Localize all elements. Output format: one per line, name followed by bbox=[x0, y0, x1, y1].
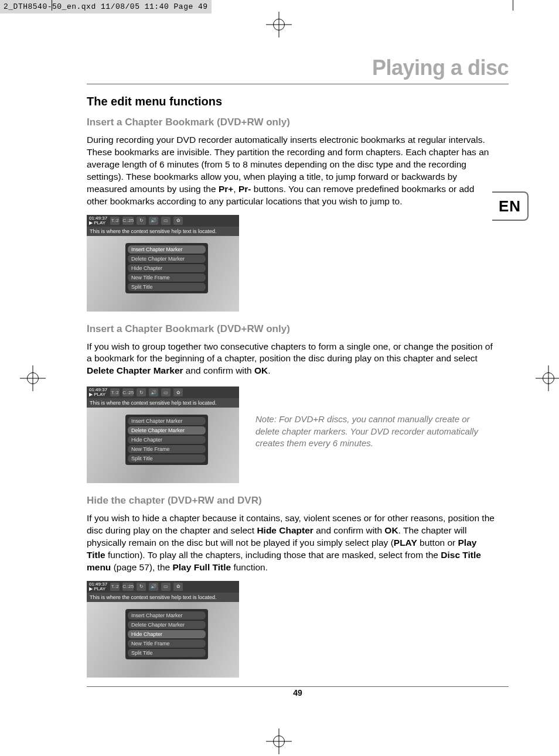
subsection-delete-bookmark-title: Insert a Chapter Bookmark (DVD+RW only) bbox=[87, 323, 509, 335]
menu-list: Insert Chapter Marker Delete Chapter Mar… bbox=[125, 415, 208, 465]
text: (page 57), the bbox=[111, 562, 172, 572]
text: button or bbox=[417, 538, 458, 548]
menu-item-hide-chapter[interactable]: Hide Chapter bbox=[127, 264, 206, 273]
menu-item-insert-marker[interactable]: Insert Chapter Marker bbox=[127, 611, 206, 620]
subsection-hide-chapter-title: Hide the chapter (DVD+RW and DVR) bbox=[87, 495, 509, 507]
subsection-insert-bookmark-body: During recording your DVD recorder autom… bbox=[87, 134, 497, 208]
menu-topbar: 01:49:37 ▶ PLAY T.:2 C.:25 ↻ 🔊 ▭ ✿ bbox=[87, 215, 239, 227]
menu-icon-subtitle: ▭ bbox=[161, 583, 171, 591]
menu-icon-repeat: ↻ bbox=[137, 388, 146, 396]
subsection-delete-bookmark-body: If you wish to group together two consec… bbox=[87, 341, 497, 378]
text: , bbox=[233, 184, 238, 194]
bold-pr-minus: Pr- bbox=[238, 184, 251, 194]
menu-topbar: 01:49:37 ▶ PLAY T.:2 C.:25 ↻ 🔊 ▭ ✿ bbox=[87, 581, 239, 593]
menu-item-new-title[interactable]: New Title Frame bbox=[127, 273, 206, 282]
content-frame: Playing a disc EN The edit menu function… bbox=[87, 56, 509, 689]
text: function). To play all the chapters, inc… bbox=[105, 550, 441, 560]
menu-item-split-title[interactable]: Split Title bbox=[127, 648, 206, 658]
text: If you wish to group together two consec… bbox=[87, 341, 493, 364]
menu-item-new-title[interactable]: New Title Frame bbox=[127, 444, 206, 454]
menu-item-split-title[interactable]: Split Title bbox=[127, 454, 206, 463]
text: . bbox=[268, 365, 270, 375]
menu-item-hide-chapter[interactable]: Hide Chapter bbox=[127, 630, 206, 639]
page-title: Playing a disc bbox=[87, 56, 509, 80]
menu-icon-repeat: ↻ bbox=[137, 583, 146, 591]
print-file-header: 2_DTH8540-50_en.qxd 11/08/05 11:40 Page … bbox=[0, 0, 212, 13]
menu-help-text: This is where the context sensitive help… bbox=[87, 227, 239, 236]
menu-list: Insert Chapter Marker Delete Chapter Mar… bbox=[125, 243, 208, 293]
menu-help-text: This is where the context sensitive help… bbox=[87, 398, 239, 408]
note-dvd-plus-r: Note: For DVD+R discs, you cannot manual… bbox=[255, 413, 490, 449]
bold-ok: OK bbox=[254, 365, 268, 375]
menu-item-delete-marker[interactable]: Delete Chapter Marker bbox=[127, 620, 206, 630]
bold-delete-marker: Delete Chapter Marker bbox=[87, 365, 183, 375]
registration-mark-right bbox=[539, 369, 558, 388]
menu-item-delete-marker[interactable]: Delete Chapter Marker bbox=[127, 426, 206, 435]
menu-chapter-chip: C.:25 bbox=[122, 388, 134, 396]
text: function. bbox=[231, 562, 268, 572]
menu-chapter-chip: C.:25 bbox=[122, 583, 134, 591]
title-rule bbox=[87, 84, 509, 84]
menu-icon-audio: 🔊 bbox=[149, 583, 158, 591]
subsection-insert-bookmark-title: Insert a Chapter Bookmark (DVD+RW only) bbox=[87, 117, 509, 128]
menu-time: 01:49:37 ▶ PLAY bbox=[89, 216, 107, 225]
menu-help-text: This is where the context sensitive help… bbox=[87, 593, 239, 602]
menu-screenshot-delete: 01:49:37 ▶ PLAY T.:2 C.:25 ↻ 🔊 ▭ ✿ This … bbox=[87, 386, 239, 483]
menu-item-hide-chapter[interactable]: Hide Chapter bbox=[127, 435, 206, 444]
menu-item-insert-marker[interactable]: Insert Chapter Marker bbox=[127, 416, 206, 426]
menu-icon-audio: 🔊 bbox=[149, 388, 158, 396]
subsection-hide-chapter-body: If you wish to hide a chapter because it… bbox=[87, 512, 497, 574]
text: and confirm with bbox=[183, 365, 254, 375]
registration-mark-bottom bbox=[270, 732, 288, 751]
section-title: The edit menu functions bbox=[87, 95, 509, 108]
registration-mark-top bbox=[270, 15, 288, 34]
menu-time: 01:49:37 ▶ PLAY bbox=[89, 388, 107, 397]
text: and confirm with bbox=[313, 525, 384, 535]
bold-play: PLAY bbox=[394, 538, 417, 548]
menu-icon-repeat: ↻ bbox=[137, 217, 146, 225]
menu-time: 01:49:37 ▶ PLAY bbox=[89, 582, 107, 591]
registration-mark-left bbox=[23, 369, 42, 388]
crop-mark bbox=[513, 0, 513, 11]
menu-screenshot-hide: 01:49:37 ▶ PLAY T.:2 C.:25 ↻ 🔊 ▭ ✿ This … bbox=[87, 581, 239, 678]
bold-hide-chapter: Hide Chapter bbox=[257, 525, 313, 535]
menu-icon-subtitle: ▭ bbox=[161, 388, 171, 396]
menu-chapter-chip: C.:25 bbox=[122, 217, 134, 225]
language-tab-en: EN bbox=[492, 191, 529, 221]
menu-icon-audio: 🔊 bbox=[149, 217, 158, 225]
menu-icon-settings: ✿ bbox=[173, 583, 183, 591]
menu-icon-settings: ✿ bbox=[173, 217, 183, 225]
bold-play-full-title: Play Full Title bbox=[172, 562, 231, 572]
menu-title-chip: T.:2 bbox=[110, 388, 120, 396]
menu-item-new-title[interactable]: New Title Frame bbox=[127, 639, 206, 648]
menu-icon-settings: ✿ bbox=[173, 388, 183, 396]
menu-item-insert-marker[interactable]: Insert Chapter Marker bbox=[127, 245, 206, 254]
bold-pr-plus: Pr+ bbox=[219, 184, 233, 194]
menu-list: Insert Chapter Marker Delete Chapter Mar… bbox=[125, 609, 208, 659]
menu-title-chip: T.:2 bbox=[110, 217, 120, 225]
page: 2_DTH8540-50_en.qxd 11/08/05 11:40 Page … bbox=[0, 0, 559, 756]
menu-item-split-title[interactable]: Split Title bbox=[127, 282, 206, 292]
menu-icon-subtitle: ▭ bbox=[161, 217, 171, 225]
page-number: 49 bbox=[87, 686, 509, 697]
bold-ok: OK bbox=[384, 525, 398, 535]
row-menu-and-note: 01:49:37 ▶ PLAY T.:2 C.:25 ↻ 🔊 ▭ ✿ This … bbox=[87, 384, 509, 495]
menu-topbar: 01:49:37 ▶ PLAY T.:2 C.:25 ↻ 🔊 ▭ ✿ bbox=[87, 386, 239, 398]
menu-item-delete-marker[interactable]: Delete Chapter Marker bbox=[127, 254, 206, 264]
menu-title-chip: T.:2 bbox=[110, 583, 120, 591]
menu-screenshot-insert: 01:49:37 ▶ PLAY T.:2 C.:25 ↻ 🔊 ▭ ✿ This … bbox=[87, 215, 239, 312]
